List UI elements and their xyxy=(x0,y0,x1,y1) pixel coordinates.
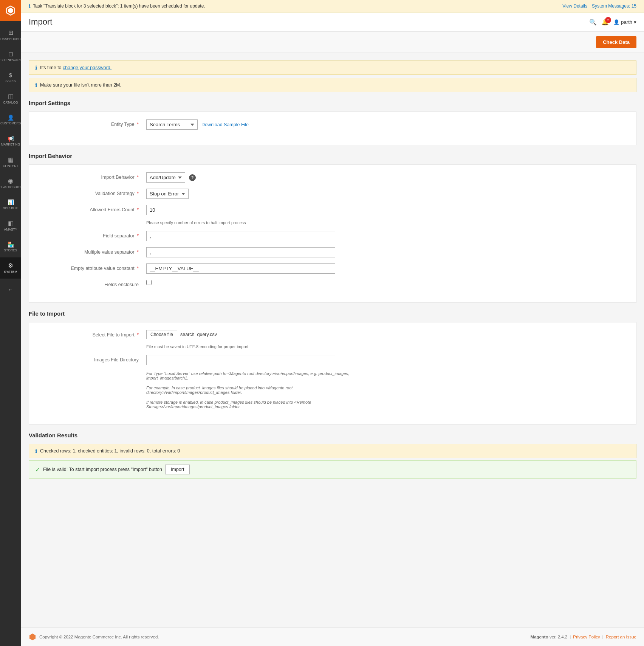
search-button[interactable]: 🔍 xyxy=(589,19,597,26)
ib-required: * xyxy=(137,175,139,180)
import-behavior-row: Import Behavior * Add/UpdateReplaceDelet… xyxy=(40,172,625,183)
validation-strategy-select[interactable]: Stop on ErrorSkip Errors xyxy=(146,189,189,199)
extra-icon: ⌐ xyxy=(9,286,12,293)
allowed-errors-input[interactable] xyxy=(146,205,335,215)
sidebar-item-reports[interactable]: 📊 REPORTS xyxy=(0,194,21,215)
marketing-icon: 📢 xyxy=(8,136,14,142)
select-file-row: Select File to Import * Choose file sear… xyxy=(40,330,625,349)
view-details-link[interactable]: View Details xyxy=(562,3,587,9)
images-hint-3: If remote storage is enabled, in case pr… xyxy=(146,400,373,409)
sidebar-item-catalog[interactable]: ◫ CATALOG xyxy=(0,88,21,109)
import-behavior-select[interactable]: Add/UpdateReplaceDelete xyxy=(146,172,185,183)
sidebar-item-content[interactable]: ▦ CONTENT xyxy=(0,152,21,173)
empty-attribute-input[interactable] xyxy=(146,263,335,274)
sidebar-item-extendware[interactable]: ◻ EXTENDWARE xyxy=(0,46,21,67)
page-title: Import xyxy=(29,17,52,27)
images-directory-input[interactable] xyxy=(146,355,335,365)
multiple-value-separator-input[interactable] xyxy=(146,247,335,257)
file-hint: File must be saved in UTF-8 encoding for… xyxy=(146,344,248,349)
alert-filesize: ℹ Make sure your file isn't more than 2M… xyxy=(29,78,636,92)
multiple-value-separator-row: Multiple value separator * xyxy=(40,247,625,257)
multiple-value-separator-control xyxy=(146,247,625,257)
images-directory-row: Images File Directory For Type "Local Se… xyxy=(40,355,625,409)
sidebar-item-extra[interactable]: ⌐ xyxy=(0,279,21,300)
fields-enclosure-control xyxy=(146,280,625,285)
notification-text: Task "Translate block for 3 selected blo… xyxy=(33,3,205,9)
valid-file-text: File is valid! To start import process p… xyxy=(43,467,162,472)
sidebar-logo[interactable] xyxy=(0,0,21,21)
dashboard-icon: ⊞ xyxy=(8,29,13,36)
entity-type-label: Entity Type * xyxy=(40,119,146,127)
system-icon: ⚙ xyxy=(8,262,13,269)
allowed-errors-control: Please specify number of errors to halt … xyxy=(146,205,625,225)
footer-copyright: Copyright © 2022 Magento Commerce Inc. A… xyxy=(39,635,159,639)
notification-button[interactable]: 🔔 2 xyxy=(601,19,609,26)
chosen-file-name: search_query.csv xyxy=(180,332,217,337)
user-menu-button[interactable]: 👤 parth ▾ xyxy=(613,19,636,25)
import-settings-section: Entity Type * Search TermsProductsCustom… xyxy=(29,112,636,145)
download-sample-link[interactable]: Download Sample File xyxy=(201,122,249,127)
customers-icon: 👤 xyxy=(8,115,14,121)
footer-magento-icon xyxy=(29,633,36,641)
empty-attribute-label: Empty attribute value constant * xyxy=(40,263,146,271)
validation-results-section: Validation Results ℹ Checked rows: 1, ch… xyxy=(29,432,636,479)
extendware-icon: ◻ xyxy=(8,50,13,57)
sidebar-divider xyxy=(0,23,21,23)
images-hint-1: For Type "Local Server" use relative pat… xyxy=(146,371,373,380)
ae-required: * xyxy=(137,207,139,212)
fields-enclosure-checkbox[interactable] xyxy=(146,280,152,285)
import-behavior-section: Import Behavior * Add/UpdateReplaceDelet… xyxy=(29,164,636,303)
privacy-policy-link[interactable]: Privacy Policy xyxy=(573,635,600,639)
import-behavior-control: Add/UpdateReplaceDelete ? xyxy=(146,172,625,183)
fields-enclosure-row: Fields enclosure xyxy=(40,280,625,287)
sidebar-item-elasticsuite[interactable]: ◉ ELASTICSUITE xyxy=(0,173,21,194)
sidebar-item-amasty[interactable]: ◧ AMASTY xyxy=(0,215,21,236)
empty-attribute-control xyxy=(146,263,625,274)
fields-enclosure-label: Fields enclosure xyxy=(40,280,146,287)
field-separator-row: Field separator * xyxy=(40,231,625,241)
chevron-down-icon: ▾ xyxy=(634,19,636,25)
check-icon: ✓ xyxy=(35,466,40,473)
allowed-errors-row: Allowed Errors Count * Please specify nu… xyxy=(40,205,625,225)
vs-required: * xyxy=(137,191,139,196)
entity-type-required: * xyxy=(137,122,139,127)
sidebar-item-marketing[interactable]: 📢 MARKETING xyxy=(0,130,21,152)
sidebar-item-stores[interactable]: 🏪 STORES xyxy=(0,236,21,257)
user-name: parth xyxy=(621,19,632,25)
import-button[interactable]: Import xyxy=(165,465,190,474)
alert-info-icon-2: ℹ xyxy=(35,82,37,88)
entity-type-select[interactable]: Search TermsProductsCustomersAdvanced Pr… xyxy=(146,119,198,130)
check-data-button[interactable]: Check Data xyxy=(596,36,636,48)
system-messages-link[interactable]: System Messages: 15 xyxy=(592,3,636,9)
checked-rows-text: Checked rows: 1, checked entities: 1, in… xyxy=(40,448,180,454)
elasticsuite-icon: ◉ xyxy=(8,177,13,184)
change-password-link[interactable]: change your password. xyxy=(63,65,111,70)
main-wrapper: ℹ Task "Translate block for 3 selected b… xyxy=(21,0,644,646)
sidebar-item-customers[interactable]: 👤 CUSTOMERS xyxy=(0,109,21,130)
validation-strategy-label: Validation Strategy * xyxy=(40,189,146,196)
notification-badge: 2 xyxy=(605,17,611,23)
images-directory-label: Images File Directory xyxy=(40,355,146,363)
content-icon: ▦ xyxy=(8,156,14,163)
toolbar: Check Data xyxy=(21,32,644,53)
field-separator-control xyxy=(146,231,625,241)
choose-file-button[interactable]: Choose file xyxy=(146,330,177,339)
sidebar-item-system[interactable]: ⚙ SYSTEM xyxy=(0,257,21,279)
alert-info-icon-1: ℹ xyxy=(35,65,37,71)
sidebar-item-sales[interactable]: $ SALES xyxy=(0,67,21,88)
notification-left: ℹ Task "Translate block for 3 selected b… xyxy=(29,3,205,9)
alert-password-text: It's time to change your password. xyxy=(40,65,111,70)
reports-icon: 📊 xyxy=(8,199,14,205)
ea-required: * xyxy=(137,266,139,271)
file-input-wrapper: Choose file search_query.csv xyxy=(146,330,217,339)
top-notification-bar: ℹ Task "Translate block for 3 selected b… xyxy=(21,0,644,12)
import-behavior-heading: Import Behavior xyxy=(29,153,636,159)
field-separator-label: Field separator * xyxy=(40,231,146,239)
validation-results-heading: Validation Results xyxy=(29,432,636,438)
validation-info-icon: ℹ xyxy=(35,448,37,454)
import-behavior-help-icon[interactable]: ? xyxy=(189,174,196,181)
field-separator-input[interactable] xyxy=(146,231,335,241)
sidebar-item-dashboard[interactable]: ⊞ DASHBOARD xyxy=(0,25,21,46)
report-issue-link[interactable]: Report an Issue xyxy=(606,635,636,639)
header-actions: 🔍 🔔 2 👤 parth ▾ xyxy=(589,19,636,26)
